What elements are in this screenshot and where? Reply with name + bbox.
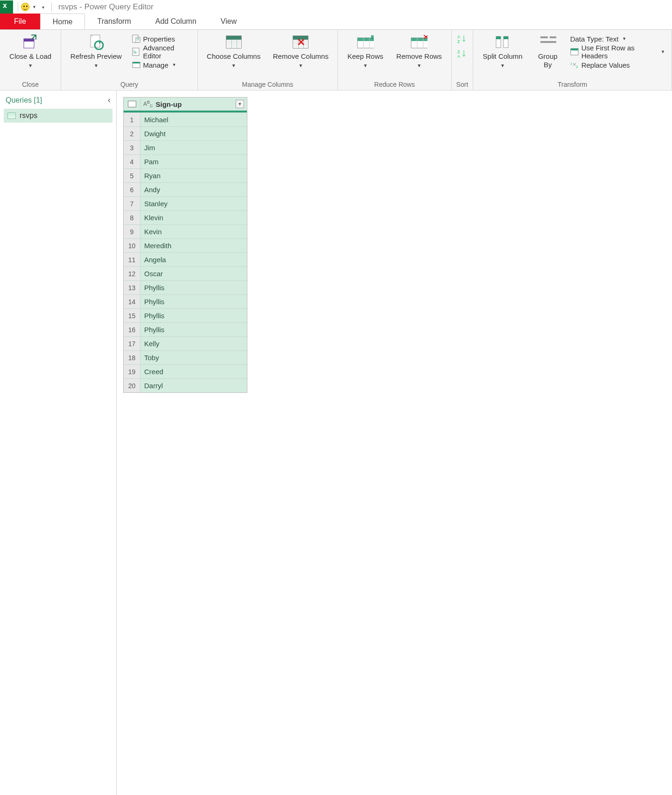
cell-signup[interactable]: Pam	[140, 154, 247, 168]
table-row[interactable]: 11Angela	[124, 252, 247, 266]
query-item-label: rsvps	[20, 112, 37, 120]
first-row-headers-button[interactable]: Use First Row as Headers ▼	[568, 46, 667, 58]
column-filter-button[interactable]: ▼	[236, 100, 244, 108]
choose-columns-button[interactable]: Choose Columns ▼	[203, 33, 265, 70]
cell-signup[interactable]: Dwight	[140, 126, 247, 140]
table-row[interactable]: 4Pam	[124, 154, 247, 168]
row-number: 20	[124, 378, 140, 392]
remove-rows-label: Remove Rows	[396, 52, 442, 60]
tab-home[interactable]: Home	[40, 14, 85, 29]
table-row[interactable]: 19Creed	[124, 364, 247, 378]
cell-signup[interactable]: Ryan	[140, 168, 247, 182]
cell-signup[interactable]: Klevin	[140, 210, 247, 224]
cell-signup[interactable]: Stanley	[140, 196, 247, 210]
content-area: Queries [1] ‹ rsvps ABC Sign-up ▼ 1Micha…	[0, 91, 672, 795]
sort-asc-icon: AZ	[457, 35, 466, 43]
table-row[interactable]: 15Phyllis	[124, 308, 247, 322]
tab-add-column[interactable]: Add Column	[143, 14, 209, 29]
table-row[interactable]: 6Andy	[124, 182, 247, 196]
select-all-cell[interactable]	[124, 98, 140, 111]
split-column-button[interactable]: Split Column ▼	[478, 33, 527, 70]
replace-icon: 12	[570, 61, 579, 69]
svg-text:2: 2	[576, 65, 578, 69]
ribbon-tabs: File Home Transform Add Column View	[0, 14, 672, 30]
advanced-editor-button[interactable]: fx Advanced Editor	[130, 46, 193, 58]
title-bar: ▼ ▾ rsvps - Power Query Editor	[0, 0, 672, 14]
cell-signup[interactable]: Jim	[140, 140, 247, 154]
table-body: 1Michael2Dwight3Jim4Pam5Ryan6Andy7Stanle…	[124, 112, 247, 392]
data-type-button[interactable]: Data Type: Text ▼	[568, 33, 667, 45]
table-row[interactable]: 17Kelly	[124, 336, 247, 350]
divider	[18, 2, 18, 12]
cell-signup[interactable]: Darryl	[140, 378, 247, 392]
query-item-rsvps[interactable]: rsvps	[4, 109, 112, 123]
svg-rect-6	[137, 38, 139, 39]
chevron-down-icon[interactable]: ▼	[32, 5, 36, 9]
table-row[interactable]: 13Phyllis	[124, 280, 247, 294]
cell-signup[interactable]: Kevin	[140, 224, 247, 238]
table-row[interactable]: 10Meredith	[124, 238, 247, 252]
group-by-button[interactable]: Group By	[531, 33, 565, 70]
manage-button[interactable]: Manage ▼	[130, 59, 193, 71]
remove-rows-button[interactable]: Remove Rows ▼	[392, 33, 447, 70]
group-label-close: Close	[5, 80, 56, 89]
table-row[interactable]: 20Darryl	[124, 378, 247, 392]
group-label-reduce-rows: Reduce Rows	[343, 80, 446, 89]
qat-customize-icon[interactable]: ▾	[40, 4, 47, 10]
smiley-icon[interactable]	[21, 3, 29, 11]
table-row[interactable]: 16Phyllis	[124, 322, 247, 336]
svg-text:1: 1	[570, 62, 573, 66]
cell-signup[interactable]: Meredith	[140, 238, 247, 252]
replace-values-label: Replace Values	[581, 61, 630, 69]
table-row[interactable]: 1Michael	[124, 112, 247, 126]
table-row[interactable]: 14Phyllis	[124, 294, 247, 308]
table-row[interactable]: 18Toby	[124, 350, 247, 364]
keep-rows-label: Keep Rows	[348, 52, 384, 60]
svg-text:A: A	[457, 35, 460, 39]
replace-values-button[interactable]: 12 Replace Values	[568, 59, 667, 71]
table-row[interactable]: 5Ryan	[124, 168, 247, 182]
collapse-pane-icon[interactable]: ‹	[108, 95, 111, 105]
svg-rect-11	[133, 62, 140, 63]
text-type-icon: ABC	[143, 100, 153, 108]
cell-signup[interactable]: Phyllis	[140, 280, 247, 294]
table-row[interactable]: 8Klevin	[124, 210, 247, 224]
close-and-load-button[interactable]: Close & Load ▼	[5, 33, 56, 70]
table-row[interactable]: 3Jim	[124, 140, 247, 154]
properties-button[interactable]: Properties	[130, 33, 193, 45]
choose-columns-icon	[225, 34, 242, 50]
group-by-icon	[539, 34, 556, 50]
table-row[interactable]: 12Oscar	[124, 266, 247, 280]
tab-file[interactable]: File	[0, 14, 40, 29]
cell-signup[interactable]: Angela	[140, 252, 247, 266]
cell-signup[interactable]: Andy	[140, 182, 247, 196]
cell-signup[interactable]: Creed	[140, 364, 247, 378]
cell-signup[interactable]: Oscar	[140, 266, 247, 280]
cell-signup[interactable]: Phyllis	[140, 322, 247, 336]
keep-rows-button[interactable]: Keep Rows ▼	[343, 33, 388, 70]
cell-signup[interactable]: Phyllis	[140, 308, 247, 322]
keep-rows-icon	[357, 34, 374, 50]
table-row[interactable]: 9Kevin	[124, 224, 247, 238]
sort-asc-button[interactable]: AZ	[456, 33, 467, 45]
ribbon: Close & Load ▼ Close Refresh Preview ▼ P…	[0, 30, 672, 91]
headers-icon	[570, 48, 579, 56]
advanced-editor-icon: fx	[132, 48, 140, 56]
refresh-preview-button[interactable]: Refresh Preview ▼	[66, 33, 126, 70]
first-row-headers-label: Use First Row as Headers	[581, 44, 657, 60]
cell-signup[interactable]: Kelly	[140, 336, 247, 350]
row-number: 14	[124, 294, 140, 308]
cell-signup[interactable]: Michael	[140, 112, 247, 126]
cell-signup[interactable]: Phyllis	[140, 294, 247, 308]
tab-transform[interactable]: Transform	[85, 14, 143, 29]
sort-desc-button[interactable]: ZA	[456, 48, 467, 60]
tab-view[interactable]: View	[209, 14, 249, 29]
cell-signup[interactable]: Toby	[140, 350, 247, 364]
table-row[interactable]: 2Dwight	[124, 126, 247, 140]
preview-table: ABC Sign-up ▼ 1Michael2Dwight3Jim4Pam5Ry…	[123, 97, 247, 393]
table-row[interactable]: 7Stanley	[124, 196, 247, 210]
column-header-signup[interactable]: ABC Sign-up ▼	[140, 98, 247, 111]
remove-columns-button[interactable]: ✕ Remove Columns ▼	[269, 33, 333, 70]
close-load-label: Close & Load	[9, 52, 51, 60]
choose-columns-label: Choose Columns	[207, 52, 260, 60]
